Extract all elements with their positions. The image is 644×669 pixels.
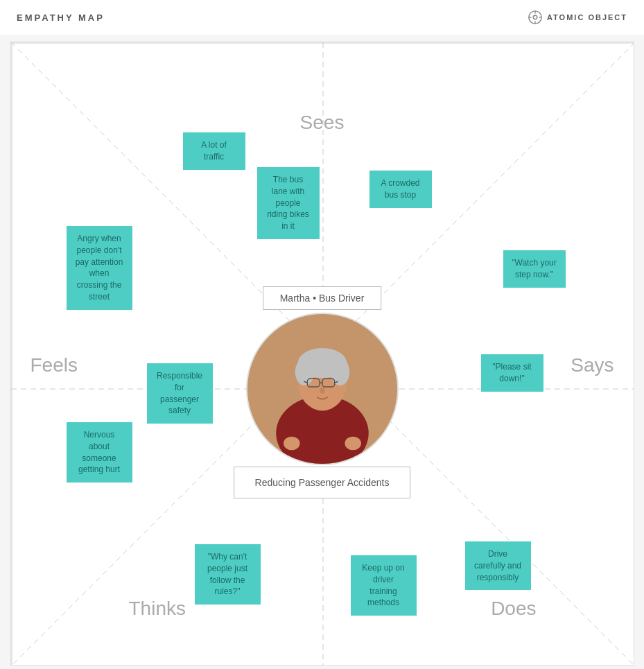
sticky-drive: Drive carefully and responsibly xyxy=(465,541,531,590)
header: EMPATHY MAP ATOMIC OBJECT xyxy=(0,0,644,35)
sticky-why: "Why can't people just follow the rules?… xyxy=(195,544,261,605)
section-says: Says xyxy=(571,354,613,376)
sticky-keep-up: Keep up on driver training methods xyxy=(351,555,417,616)
app-title: EMPATHY MAP xyxy=(17,12,105,23)
svg-point-17 xyxy=(330,358,349,385)
logo: ATOMIC OBJECT xyxy=(528,10,627,25)
svg-point-23 xyxy=(320,387,325,394)
section-thinks: Thinks xyxy=(129,598,186,620)
sticky-nervous: Nervous about someone getting hurt xyxy=(67,422,132,483)
sticky-watch: "Watch your step now." xyxy=(503,250,566,288)
goal-box: Reducing Passenger Accidents xyxy=(234,467,411,498)
persona-label: Martha • Bus Driver xyxy=(263,286,382,310)
sticky-angry: Angry when people don't pay attention wh… xyxy=(67,226,132,310)
logo-icon xyxy=(528,10,543,25)
logo-text: ATOMIC OBJECT xyxy=(547,13,627,21)
sticky-traffic: A lot of traffic xyxy=(183,132,245,170)
section-sees: Sees xyxy=(300,112,345,134)
section-feels: Feels xyxy=(31,354,78,376)
svg-point-26 xyxy=(284,437,300,451)
empathy-map-canvas: Sees Feels Says Thinks Does Martha • Bus… xyxy=(10,42,634,666)
section-does: Does xyxy=(491,598,536,620)
sticky-responsible: Responsible for passenger safety xyxy=(147,363,213,424)
svg-point-1 xyxy=(533,15,537,19)
persona-avatar xyxy=(246,313,399,465)
sticky-bus-lane: The bus lane with people riding bikes in… xyxy=(257,167,320,239)
sticky-sit-down: "Please sit down!" xyxy=(481,354,543,392)
svg-point-27 xyxy=(345,437,361,451)
sticky-bus-stop: A crowded bus stop xyxy=(369,171,432,208)
